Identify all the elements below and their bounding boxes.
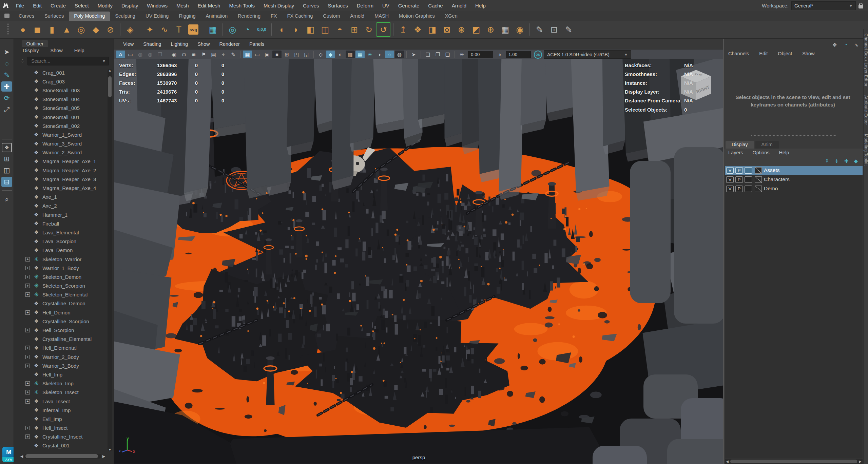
layer-editor-tab-anim[interactable]: Anim [755, 141, 779, 149]
outliner-item-magma-reaper-axe-3[interactable]: ❖Magma_Reaper_Axe_3 [14, 175, 107, 183]
smooth-shade-mode-icon[interactable]: ◆ [326, 51, 335, 58]
layer-row-characters[interactable]: VPCharacters [725, 175, 863, 184]
shelf-tab-custom[interactable]: Custom [318, 12, 345, 21]
shelf-tab-fx[interactable]: FX [266, 12, 282, 21]
select-camera-icon[interactable]: ◉ [170, 51, 179, 58]
sidebar-tab-modeling-toolkit[interactable]: Modeling Toolkit [864, 134, 868, 166]
show-manipulators-icon[interactable]: ❖ [831, 41, 838, 48]
layer-move-up-icon[interactable]: ⇞ [825, 158, 829, 164]
outliner-item-lava-scorpion[interactable]: ❖Lava_Scorpion [14, 237, 107, 246]
wireframe-mode-icon[interactable]: ◇ [316, 51, 325, 58]
layer-color-swatch[interactable] [755, 167, 762, 174]
poly-torus-icon[interactable]: ◎ [74, 22, 89, 37]
bookmark-icon[interactable]: ⚑ [199, 51, 208, 58]
curve-star-icon[interactable]: ✦ [142, 22, 157, 37]
view-transform-dropdown[interactable]: ACES 1.0 SDR-video (sRGB)▼ [544, 50, 631, 59]
combine-icon[interactable]: ◧ [303, 22, 318, 37]
target-weld-icon[interactable]: ⊕ [483, 22, 498, 37]
channel-box-menu-show[interactable]: Show [802, 51, 814, 56]
grease-pencil-icon[interactable]: ✎ [229, 51, 238, 58]
outliner-item-magma-reaper-axe-4[interactable]: ❖Magma_Reaper_Axe_4 [14, 183, 107, 192]
screen-space-ao-icon[interactable]: ◌ [385, 51, 394, 58]
scroll-thumb[interactable] [730, 460, 857, 463]
scroll-down-icon[interactable]: ▼ [108, 447, 112, 452]
boolean-union-icon[interactable]: ◖ [274, 22, 289, 37]
layer-display-type-toggle[interactable] [745, 186, 752, 192]
outliner-expand-icon[interactable]: ⁘ [20, 58, 25, 65]
svg-tool-icon[interactable]: svg [188, 24, 198, 35]
shelf-menu-icon[interactable] [4, 14, 9, 18]
menu-curves[interactable]: Curves [298, 0, 324, 11]
outliner-item-skeleton-scorpion[interactable]: +✳Skeleton_Scorpion [14, 282, 107, 290]
outliner-menu-show[interactable]: Show [51, 48, 63, 55]
expand-toggle-icon[interactable]: + [25, 328, 30, 332]
viewport-option-a-icon[interactable]: ◍ [136, 51, 145, 58]
poly-cube-icon[interactable]: ◼ [30, 22, 45, 37]
channel-box-menu-channels[interactable]: Channels [728, 51, 749, 56]
expand-toggle-icon[interactable]: + [25, 434, 30, 439]
layer-visibility-toggle[interactable]: V [726, 176, 734, 183]
isolate-select-icon[interactable]: ➤ [409, 51, 418, 58]
viewport-panel[interactable]: ViewShadingLightingShowRendererPanels A▭… [114, 39, 724, 464]
sprite-sheet-icon[interactable]: ▦ [206, 22, 220, 37]
speed-state-icon[interactable]: ◔ [842, 41, 849, 48]
film-gate-icon[interactable]: ▭ [253, 51, 262, 58]
layer-editor-menu-help[interactable]: Help [779, 150, 789, 155]
shelf-tab-motion-graphics[interactable]: Motion Graphics [394, 12, 440, 21]
menu-uv[interactable]: UV [378, 0, 394, 11]
bevel-icon[interactable]: ❖ [410, 22, 425, 37]
menu-mesh-display[interactable]: Mesh Display [259, 0, 298, 11]
scroll-left-icon[interactable]: ◀ [725, 460, 730, 463]
mirror-geometry-icon[interactable]: ◫ [318, 22, 332, 37]
scroll-thumb[interactable] [108, 76, 112, 97]
rotate-cw-icon[interactable]: ↻ [362, 22, 376, 37]
lasso-tool-icon[interactable]: ◌ [1, 58, 12, 69]
viewport-menu-panels[interactable]: Panels [245, 39, 269, 50]
menu-edit-mesh[interactable]: Edit Mesh [193, 0, 225, 11]
view-cube[interactable]: TOP RIGHT [678, 68, 714, 102]
layer-playback-toggle[interactable]: P [735, 186, 743, 192]
outliner-item-warrior-3-body[interactable]: +❖Warrior_3_Body [14, 361, 107, 370]
shelf-tab-xgen[interactable]: XGen [440, 12, 463, 21]
menu-file[interactable]: File [12, 0, 28, 11]
exposure-icon[interactable]: ✳ [457, 51, 466, 58]
outliner-item-skeleton-demon[interactable]: +✳Skeleton_Demon [14, 272, 107, 281]
field-chart-icon[interactable]: ⊞ [282, 51, 291, 58]
outliner-item-skeleton-elemental[interactable]: +✳Skeleton_Elemental [14, 290, 107, 299]
viewport-option-c-icon[interactable]: ❐ [155, 51, 165, 58]
channel-box-menu-object[interactable]: Object [778, 51, 792, 56]
menu-windows[interactable]: Windows [142, 0, 172, 11]
layer-color-swatch[interactable] [755, 176, 762, 183]
outliner-item-warrior-3-sword[interactable]: ❖Warrior_3_Sword [14, 139, 107, 148]
joint-tool-icon[interactable]: ◎ [225, 22, 240, 37]
scroll-left-icon[interactable]: ◀ [19, 454, 24, 459]
layout-four-pane-icon[interactable]: ⊞ [1, 154, 12, 164]
crease-tool-icon[interactable]: ✎ [532, 22, 547, 37]
safe-action-icon[interactable]: ◰ [292, 51, 301, 58]
menu-display[interactable]: Display [117, 0, 142, 11]
motion-blur-icon[interactable]: ◍ [395, 51, 404, 58]
bridge-icon[interactable]: ◨ [425, 22, 440, 37]
shelf-tab-rendering[interactable]: Rendering [233, 12, 266, 21]
shelf-tab-rigging[interactable]: Rigging [174, 12, 200, 21]
outliner-item-crystalline-scorpion[interactable]: ❖Crystalline_Scorpion [14, 317, 107, 326]
outliner-vertical-scrollbar[interactable]: ▲ ▼ [108, 69, 112, 451]
exposure-field[interactable]: 0.00 [468, 51, 493, 58]
safe-title-icon[interactable]: ◱ [302, 51, 311, 58]
menu-edit[interactable]: Edit [28, 0, 46, 11]
outliner-item-brazier-002[interactable]: +❖Brazier_002 [14, 450, 107, 452]
outliner-item-lava-insect[interactable]: +❖Lava_Insect [14, 397, 107, 406]
outliner-item-warrior-1-sword[interactable]: ❖Warrior_1_Sword [14, 130, 107, 139]
shelf-tab-arnold[interactable]: Arnold [345, 12, 369, 21]
outliner-item-skeleton-warrior[interactable]: +✳Skeleton_Warrior [14, 255, 107, 264]
outliner-item-warrior-1-body[interactable]: +❖Warrior_1_Body [14, 264, 107, 272]
outliner-item-axe-2[interactable]: ❖Axe_2 [14, 201, 107, 210]
outliner-item-magma-reaper-axe-2[interactable]: ❖Magma_Reaper_Axe_2 [14, 166, 107, 175]
menu-arnold[interactable]: Arnold [447, 0, 471, 11]
outliner-item-magma-reaper-axe-1[interactable]: ❖Magma_Reaper_Axe_1 [14, 157, 107, 166]
menu-select[interactable]: Select [70, 0, 93, 11]
new-empty-layer-icon[interactable]: ✚ [844, 158, 849, 164]
viewport-menu-shading[interactable]: Shading [138, 39, 166, 50]
outliner-item-skeleton-insect[interactable]: +✳Skeleton_Insect [14, 388, 107, 397]
expand-toggle-icon[interactable]: + [25, 292, 30, 297]
